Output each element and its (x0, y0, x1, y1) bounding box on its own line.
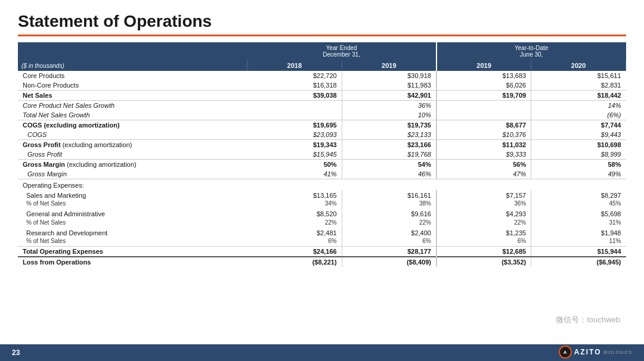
net-sales-row: Net Sales $39,038 $42,901 $19,709 $18,44… (18, 91, 626, 101)
non-core-c3: $6,026 (436, 80, 531, 91)
gen-admin-label: General and Administrative % of Net Sale… (18, 208, 247, 227)
total-opex-c4: $15,944 (531, 246, 626, 257)
unit-header: ($ in thousands) (18, 60, 247, 71)
opex-label-row: Operating Expenses: (18, 179, 626, 191)
non-core-products-row: Non-Core Products $16,318 $11,983 $6,026… (18, 80, 626, 91)
col2-header: 2019 (342, 60, 436, 71)
empty-header (18, 42, 247, 60)
gen-admin-c2: $9,616 22% (342, 208, 436, 227)
sales-marketing-c1: $13,165 34% (247, 190, 342, 208)
col4-header: 2020 (531, 60, 626, 71)
gross-margin-excl-row: Gross Margin (excluding amortization) 50… (18, 160, 626, 170)
gross-profit-excl-label: Gross Profit (excluding amortization) (18, 140, 247, 150)
gross-margin-excl-c3: 56% (436, 160, 531, 170)
non-core-c2: $11,983 (342, 80, 436, 91)
core-growth-c2: 36% (342, 101, 436, 111)
net-sales-c4: $18,442 (531, 91, 626, 101)
gross-profit-c4: $8,999 (531, 150, 626, 160)
cogs-label: COGS (18, 130, 247, 140)
cogs-c3: $10,376 (436, 130, 531, 140)
rd-c2: $2,400 6% (342, 228, 436, 247)
gross-profit-label: Gross Profit (18, 150, 247, 160)
non-core-c1: $16,318 (247, 80, 342, 91)
total-growth-c2: 10% (342, 110, 436, 120)
loss-operations-c1: ($8,221) (247, 257, 342, 267)
rd-c1: $2,481 6% (247, 228, 342, 247)
sales-marketing-row: Sales and Marketing % of Net Sales $13,1… (18, 190, 626, 208)
total-growth-label: Total Net Sales Growth (18, 110, 247, 120)
rd-row: Research and Development % of Net Sales … (18, 228, 626, 247)
core-growth-c1 (247, 101, 342, 111)
gross-margin-excl-c1: 50% (247, 160, 342, 170)
gross-margin-c4: 49% (531, 169, 626, 179)
logo-icon: A (559, 346, 572, 359)
gross-profit-excl-c4: $10,698 (531, 140, 626, 150)
sales-marketing-c4: $8,297 45% (531, 190, 626, 208)
ytd-header: Year-to-Date June 30, (436, 42, 626, 60)
gen-admin-c1: $8,520 22% (247, 208, 342, 227)
gross-profit-c2: $19,768 (342, 150, 436, 160)
net-sales-label: Net Sales (18, 91, 247, 101)
page: Statement of Operations Year Ended Decem… (0, 0, 644, 361)
total-opex-label: Total Operating Expenses (18, 246, 247, 257)
biologics-text: BIOLOGICS (603, 350, 632, 354)
sales-marketing-c3: $7,157 36% (436, 190, 531, 208)
core-growth-c4: 14% (531, 101, 626, 111)
core-products-c4: $15,611 (531, 71, 626, 80)
core-products-row: Core Products $22,720 $30,918 $13,683 $1… (18, 71, 626, 80)
total-growth-c1 (247, 110, 342, 120)
rd-label: Research and Development % of Net Sales (18, 228, 247, 247)
gross-margin-c1: 41% (247, 169, 342, 179)
gross-profit-c1: $15,945 (247, 150, 342, 160)
loss-operations-c3: ($3,352) (436, 257, 531, 267)
sales-marketing-c2: $16,161 38% (342, 190, 436, 208)
gross-profit-excl-c3: $11,032 (436, 140, 531, 150)
core-products-label: Core Products (18, 71, 247, 80)
gen-admin-row: General and Administrative % of Net Sale… (18, 208, 626, 227)
cogs-excl-c1: $19,695 (247, 120, 342, 130)
gross-margin-label: Gross Margin (18, 169, 247, 179)
cogs-excl-c2: $19,735 (342, 120, 436, 130)
core-products-c2: $30,918 (342, 71, 436, 80)
cogs-c2: $23,133 (342, 130, 436, 140)
col3-header: 2019 (436, 60, 531, 71)
cogs-row: COGS $23,093 $23,133 $10,376 $9,443 (18, 130, 626, 140)
gross-margin-c2: 46% (342, 169, 436, 179)
gross-margin-row: Gross Margin 41% 46% 47% 49% (18, 169, 626, 179)
gross-profit-excl-row: Gross Profit (excluding amortization) $1… (18, 140, 626, 150)
core-products-c3: $13,683 (436, 71, 531, 80)
total-growth-row: Total Net Sales Growth 10% (6%) (18, 110, 626, 120)
opex-section-label: Operating Expenses: (18, 179, 626, 191)
page-title: Statement of Operations (18, 12, 626, 31)
cogs-excl-row: COGS (excluding amortization) $19,695 $1… (18, 120, 626, 130)
core-growth-row: Core Product Net Sales Growth 36% 14% (18, 101, 626, 111)
net-sales-c3: $19,709 (436, 91, 531, 101)
gross-profit-excl-c1: $19,343 (247, 140, 342, 150)
net-sales-c1: $39,038 (247, 91, 342, 101)
loss-operations-c2: ($8,409) (342, 257, 436, 267)
gross-margin-excl-label: Gross Margin (excluding amortization) (18, 160, 247, 170)
bottom-bar: 23 A AZITO BIOLOGICS (0, 344, 644, 361)
cogs-excl-c3: $8,677 (436, 120, 531, 130)
watermark: 微信号：touchweb (556, 315, 620, 325)
subheader-row: ($ in thousands) 2018 2019 2019 2020 (18, 60, 626, 71)
loss-operations-row: Loss from Operations ($8,221) ($8,409) (… (18, 257, 626, 267)
col1-header: 2018 (247, 60, 342, 71)
non-core-label: Non-Core Products (18, 80, 247, 91)
total-opex-row: Total Operating Expenses $24,166 $28,177… (18, 246, 626, 257)
rd-c4: $1,948 11% (531, 228, 626, 247)
title-underline (18, 35, 626, 36)
gross-margin-c3: 47% (436, 169, 531, 179)
cogs-c1: $23,093 (247, 130, 342, 140)
gross-profit-excl-c2: $23,166 (342, 140, 436, 150)
core-growth-c3 (436, 101, 531, 111)
gross-margin-excl-c2: 54% (342, 160, 436, 170)
sales-marketing-label: Sales and Marketing % of Net Sales (18, 190, 247, 208)
gen-admin-c4: $5,698 31% (531, 208, 626, 227)
page-number: 23 (12, 348, 20, 357)
gross-margin-excl-c4: 58% (531, 160, 626, 170)
core-growth-label: Core Product Net Sales Growth (18, 101, 247, 111)
cogs-excl-label: COGS (excluding amortization) (18, 120, 247, 130)
total-opex-c1: $24,166 (247, 246, 342, 257)
logo-text: AZITO (574, 348, 602, 356)
